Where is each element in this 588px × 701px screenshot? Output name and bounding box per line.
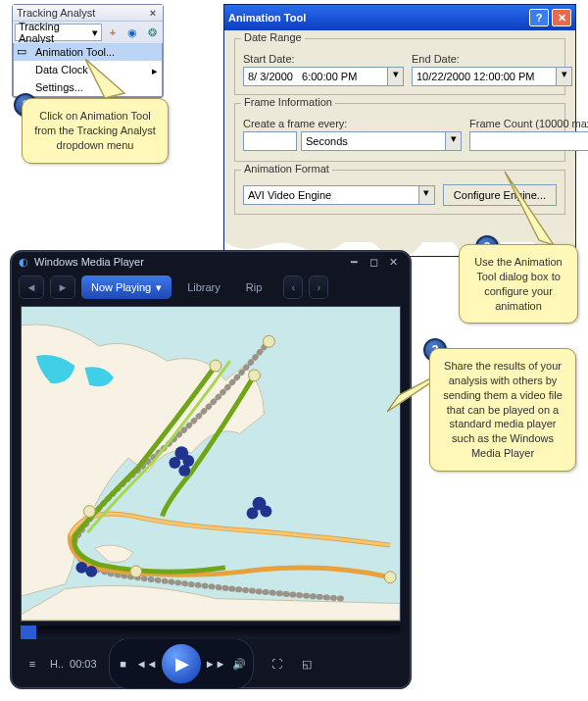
svg-marker-0 — [85, 59, 124, 98]
wmp-titlebar: ◐ Windows Media Player ━ ◻ ✕ — [11, 251, 411, 273]
svg-point-5 — [169, 457, 180, 469]
film-icon: ▭ — [17, 45, 30, 59]
toolbar-title: Tracking Analyst — [17, 7, 95, 19]
svg-marker-1 — [505, 172, 554, 245]
group-legend: Animation Format — [241, 163, 332, 175]
svg-point-16 — [83, 506, 95, 518]
tab-now-playing[interactable]: Now Playing▾ — [81, 275, 172, 299]
nav-left-icon[interactable]: ‹ — [283, 275, 303, 299]
svg-point-6 — [178, 465, 190, 476]
frame-every-input[interactable] — [243, 131, 297, 151]
start-date-input[interactable]: ▾ — [243, 67, 404, 86]
time-label: 00:03 — [70, 658, 97, 670]
start-date-label: Start Date: — [243, 53, 404, 65]
seek-bar[interactable] — [21, 626, 401, 639]
wmp-title: Windows Media Player — [34, 256, 144, 268]
svg-point-15 — [130, 566, 142, 577]
windows-media-player: ◐ Windows Media Player ━ ◻ ✕ ◄ ► Now Pla… — [10, 250, 412, 689]
menu-label: Settings... — [35, 81, 83, 93]
group-legend: Date Range — [241, 31, 305, 43]
end-date-field[interactable] — [413, 71, 556, 82]
frame-count-field[interactable] — [470, 135, 588, 147]
group-legend: Frame Information — [241, 96, 335, 108]
wmp-logo-icon: ◐ — [19, 256, 28, 269]
svg-point-12 — [263, 335, 274, 347]
transport-cluster: ■ ◄◄ ▶ ►► 🔊 — [109, 638, 254, 689]
wmp-nav: ◄ ► Now Playing▾ Library Rip ‹ › — [11, 273, 411, 302]
plus-icon[interactable]: + — [104, 24, 122, 41]
play-circle-icon[interactable]: ◉ — [123, 24, 141, 41]
frame-unit-field[interactable] — [302, 135, 445, 147]
start-date-field[interactable] — [244, 71, 387, 82]
svg-point-11 — [85, 566, 97, 577]
seek-progress — [21, 626, 36, 639]
menu-label: Animation Tool... — [35, 46, 115, 58]
frame-count-label: Frame Count (10000 max): — [469, 118, 588, 129]
frame-info-group: Frame Information Create a frame every: … — [234, 103, 565, 162]
callout-text: Share the results of your analysis with … — [443, 360, 563, 459]
dropdown-label: Tracking Analyst — [19, 21, 92, 44]
maximize-icon[interactable]: ◻ — [364, 256, 383, 269]
chevron-down-icon[interactable]: ▾ — [445, 132, 461, 150]
dialog-titlebar: Animation Tool ? ✕ — [224, 5, 575, 30]
help-button[interactable]: ? — [529, 9, 549, 26]
equalizer-icon[interactable]: ≡ — [21, 652, 44, 676]
track-label: H.. — [50, 658, 64, 670]
forward-button[interactable]: ► — [50, 275, 75, 299]
callout-tail-2 — [495, 172, 554, 245]
engine-field[interactable] — [244, 189, 418, 201]
fullscreen-icon[interactable]: ⛶ — [266, 652, 289, 676]
svg-point-13 — [210, 360, 221, 372]
callout-text: Click on Animation Tool from the Trackin… — [34, 110, 156, 151]
callout-3: Share the results of your analysis with … — [429, 348, 576, 472]
toolbar-title-row: Tracking Analyst × — [13, 5, 163, 22]
menu-label: Data Clock — [35, 64, 88, 75]
create-frame-label: Create a frame every: — [243, 118, 462, 129]
end-date-label: End Date: — [412, 53, 572, 65]
engine-select[interactable]: ▾ — [243, 185, 435, 205]
chevron-down-icon: ▾ — [156, 281, 162, 294]
chevron-down-icon: ▾ — [92, 26, 98, 39]
close-button[interactable]: ✕ — [552, 9, 571, 26]
close-icon[interactable]: ✕ — [383, 256, 403, 269]
map-viewport — [21, 306, 401, 622]
stop-button[interactable]: ■ — [112, 652, 135, 676]
minimize-icon[interactable]: ━ — [344, 256, 364, 269]
compact-icon[interactable]: ◱ — [295, 652, 318, 676]
frame-count-input[interactable] — [469, 131, 588, 151]
chevron-down-icon[interactable]: ▾ — [556, 68, 571, 85]
end-date-input[interactable]: ▾ — [412, 67, 572, 86]
globe-icon[interactable]: ❂ — [143, 24, 161, 41]
dialog-title: Animation Tool — [228, 12, 306, 24]
callout-text: Use the Animation Tool dialog box to con… — [474, 256, 562, 312]
map-svg — [22, 307, 400, 621]
tab-rip[interactable]: Rip — [236, 275, 272, 299]
nav-right-icon[interactable]: › — [309, 275, 328, 299]
mute-button[interactable]: 🔊 — [227, 652, 251, 676]
chevron-down-icon[interactable]: ▾ — [387, 68, 403, 85]
svg-point-17 — [384, 572, 396, 583]
close-icon[interactable]: × — [147, 7, 159, 19]
next-button[interactable]: ►► — [204, 652, 227, 676]
play-button[interactable]: ▶ — [159, 641, 204, 686]
callout-2: Use the Animation Tool dialog box to con… — [459, 244, 578, 324]
date-range-group: Date Range Start Date: ▾ End Date: ▾ — [234, 38, 565, 95]
prev-button[interactable]: ◄◄ — [135, 652, 159, 676]
frame-unit-select[interactable]: ▾ — [301, 131, 462, 151]
svg-point-8 — [260, 506, 271, 518]
toolbar-controls: Tracking Analyst ▾ + ◉ ❂ — [13, 22, 163, 43]
wmp-controls: ≡ H.. 00:03 ■ ◄◄ ▶ ►► 🔊 ⛶ ◱ — [11, 639, 411, 688]
svg-point-14 — [249, 370, 261, 381]
callout-tail-1 — [85, 59, 154, 103]
tracking-analyst-dropdown[interactable]: Tracking Analyst ▾ — [15, 24, 102, 41]
callout-1: Click on Animation Tool from the Trackin… — [22, 98, 169, 164]
tab-library[interactable]: Library — [177, 275, 230, 299]
back-button[interactable]: ◄ — [19, 275, 44, 299]
svg-point-9 — [247, 508, 259, 520]
chevron-down-icon[interactable]: ▾ — [418, 186, 434, 204]
